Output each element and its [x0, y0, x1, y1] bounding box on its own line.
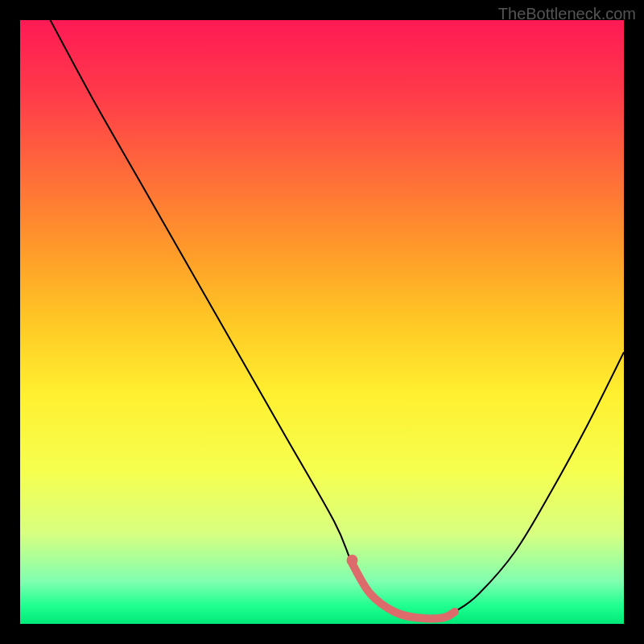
- highlight-dot: [347, 555, 358, 566]
- plot-area: [20, 20, 624, 624]
- curve-line: [51, 20, 625, 619]
- highlight-line: [353, 564, 456, 619]
- watermark-text: TheBottleneck.com: [498, 5, 636, 23]
- chart-svg: [20, 20, 624, 624]
